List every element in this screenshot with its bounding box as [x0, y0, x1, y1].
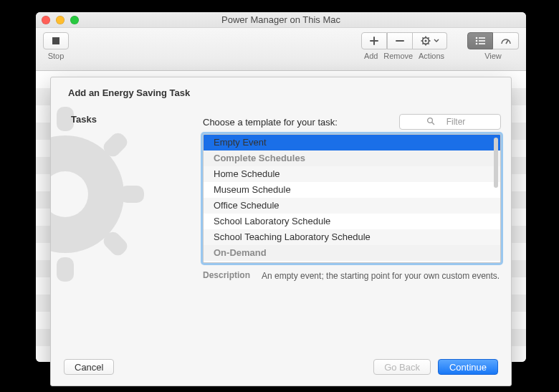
svg-point-13	[476, 43, 478, 45]
list-section-header: On-Demand	[204, 245, 500, 261]
continue-button[interactable]: Continue	[438, 359, 498, 375]
svg-line-17	[506, 40, 508, 44]
template-listbox[interactable]: Empty EventComplete SchedulesHome Schedu…	[203, 134, 501, 263]
description-text: An empty event; the starting point for y…	[262, 270, 501, 282]
task-sheet: Add an Energy Saving Task	[50, 77, 512, 386]
svg-line-7	[422, 37, 423, 38]
svg-point-12	[476, 40, 478, 42]
svg-rect-14	[479, 37, 485, 39]
stop-icon	[52, 37, 60, 45]
choose-template-label: Choose a template for your task:	[203, 117, 338, 128]
gear-icon	[421, 36, 432, 46]
svg-point-2	[424, 40, 426, 42]
chevron-down-icon	[434, 36, 439, 46]
view-label: View	[467, 52, 519, 60]
window-title: Power Manager on This Mac	[36, 14, 526, 25]
actions-button[interactable]	[413, 32, 447, 49]
stop-button[interactable]	[43, 32, 69, 49]
svg-rect-16	[479, 43, 485, 44]
list-item[interactable]: Empty Event	[204, 135, 500, 150]
add-button[interactable]	[361, 32, 387, 49]
list-icon	[474, 37, 486, 45]
titlebar: Power Manager on This Mac	[36, 12, 526, 28]
toolbar: Stop Add	[36, 28, 526, 71]
minus-icon	[395, 36, 405, 46]
plus-icon	[369, 36, 379, 46]
svg-line-10	[428, 37, 429, 38]
sheet-footer: Cancel Go Back Continue	[51, 348, 511, 386]
remove-label: Remove	[383, 52, 413, 60]
description-label: Description	[203, 270, 254, 282]
tasks-heading: Tasks	[71, 114, 186, 125]
svg-line-29	[432, 123, 434, 125]
minimize-window-button[interactable]	[56, 16, 64, 24]
list-item[interactable]: Museum Schedule	[204, 182, 500, 198]
list-item[interactable]: School Laboratory Schedule	[204, 214, 500, 229]
svg-line-9	[422, 43, 423, 44]
sheet-title: Add an Energy Saving Task	[51, 77, 511, 104]
search-icon	[426, 117, 435, 125]
svg-rect-0	[52, 37, 59, 44]
gauge-icon	[500, 37, 512, 45]
main-window: Power Manager on This Mac Stop	[36, 12, 526, 362]
list-item[interactable]: Office Schedule	[204, 198, 500, 214]
stop-label: Stop	[43, 52, 69, 60]
svg-point-11	[476, 37, 478, 39]
add-label: Add	[364, 52, 378, 60]
cancel-button[interactable]: Cancel	[64, 359, 114, 375]
view-gauge-button[interactable]	[493, 32, 519, 49]
go-back-button[interactable]: Go Back	[373, 359, 431, 375]
close-window-button[interactable]	[42, 16, 50, 24]
view-list-button[interactable]	[467, 32, 493, 49]
actions-label: Actions	[419, 52, 444, 60]
window-controls	[42, 16, 79, 24]
list-item[interactable]: School Teaching Laboratory Schedule	[204, 229, 500, 245]
svg-point-28	[428, 118, 433, 123]
svg-rect-15	[479, 40, 485, 42]
zoom-window-button[interactable]	[70, 16, 79, 24]
scrollbar-thumb[interactable]	[494, 138, 498, 188]
list-section-header: Complete Schedules	[204, 150, 500, 166]
remove-button[interactable]	[387, 32, 413, 49]
list-item[interactable]: Home Schedule	[204, 166, 500, 182]
filter-input[interactable]	[399, 114, 501, 130]
svg-line-8	[428, 43, 429, 44]
